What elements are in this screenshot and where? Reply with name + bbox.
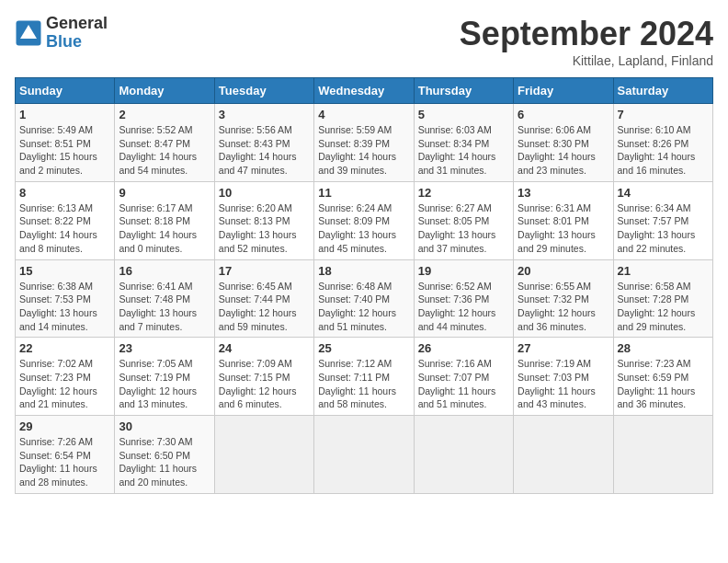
day-number: 14: [618, 186, 709, 200]
day-info: Sunrise: 6:58 AM Sunset: 7:28 PM Dayligh…: [618, 280, 709, 334]
day-info: Sunrise: 7:16 AM Sunset: 7:07 PM Dayligh…: [418, 357, 509, 411]
day-number: 11: [318, 186, 409, 200]
day-info: Sunrise: 6:34 AM Sunset: 7:57 PM Dayligh…: [618, 201, 709, 256]
calendar-cell: 17Sunrise: 6:45 AM Sunset: 7:44 PM Dayli…: [214, 259, 313, 338]
day-info: Sunrise: 6:03 AM Sunset: 8:34 PM Dayligh…: [418, 123, 509, 178]
day-number: 28: [618, 341, 709, 355]
day-number: 9: [119, 186, 210, 200]
calendar-header-wednesday: Wednesday: [314, 78, 414, 104]
calendar-week-row: 22Sunrise: 7:02 AM Sunset: 7:23 PM Dayli…: [16, 338, 713, 416]
day-info: Sunrise: 6:13 AM Sunset: 8:22 PM Dayligh…: [19, 201, 110, 256]
day-number: 12: [418, 186, 509, 200]
calendar-cell: 26Sunrise: 7:16 AM Sunset: 7:07 PM Dayli…: [414, 338, 513, 416]
calendar-header-thursday: Thursday: [414, 78, 513, 104]
calendar-cell: 23Sunrise: 7:05 AM Sunset: 7:19 PM Dayli…: [115, 338, 214, 416]
logo-blue: Blue: [46, 33, 108, 52]
day-info: Sunrise: 7:12 AM Sunset: 7:11 PM Dayligh…: [318, 357, 409, 411]
day-number: 30: [119, 419, 210, 433]
day-info: Sunrise: 6:20 AM Sunset: 8:13 PM Dayligh…: [219, 201, 310, 256]
day-number: 22: [19, 341, 110, 355]
day-info: Sunrise: 7:23 AM Sunset: 6:59 PM Dayligh…: [618, 357, 709, 411]
calendar-cell: 10Sunrise: 6:20 AM Sunset: 8:13 PM Dayli…: [214, 181, 313, 259]
calendar-cell: 14Sunrise: 6:34 AM Sunset: 7:57 PM Dayli…: [613, 181, 712, 259]
day-number: 5: [418, 108, 509, 121]
calendar-cell: 21Sunrise: 6:58 AM Sunset: 7:28 PM Dayli…: [613, 259, 712, 338]
calendar-week-row: 8Sunrise: 6:13 AM Sunset: 8:22 PM Daylig…: [16, 181, 713, 259]
day-number: 4: [318, 108, 409, 121]
day-number: 29: [19, 419, 110, 433]
day-number: 3: [219, 108, 310, 121]
calendar-cell: 1Sunrise: 5:49 AM Sunset: 8:51 PM Daylig…: [16, 104, 115, 182]
day-info: Sunrise: 6:27 AM Sunset: 8:05 PM Dayligh…: [418, 201, 509, 256]
day-number: 13: [518, 186, 609, 200]
calendar-week-row: 15Sunrise: 6:38 AM Sunset: 7:53 PM Dayli…: [16, 259, 713, 338]
day-number: 25: [318, 341, 409, 355]
calendar-cell: 18Sunrise: 6:48 AM Sunset: 7:40 PM Dayli…: [314, 259, 414, 338]
calendar-cell: 25Sunrise: 7:12 AM Sunset: 7:11 PM Dayli…: [314, 338, 414, 416]
day-number: 20: [518, 264, 609, 278]
calendar-cell: 30Sunrise: 7:30 AM Sunset: 6:50 PM Dayli…: [115, 416, 214, 494]
calendar-header-saturday: Saturday: [613, 78, 712, 104]
day-info: Sunrise: 5:52 AM Sunset: 8:47 PM Dayligh…: [119, 123, 210, 178]
calendar-cell: [613, 416, 712, 494]
calendar-cell: 27Sunrise: 7:19 AM Sunset: 7:03 PM Dayli…: [514, 338, 613, 416]
calendar-cell: [414, 416, 513, 494]
calendar-cell: 24Sunrise: 7:09 AM Sunset: 7:15 PM Dayli…: [214, 338, 313, 416]
calendar-week-row: 1Sunrise: 5:49 AM Sunset: 8:51 PM Daylig…: [16, 104, 713, 182]
calendar-cell: 13Sunrise: 6:31 AM Sunset: 8:01 PM Dayli…: [514, 181, 613, 259]
day-info: Sunrise: 6:45 AM Sunset: 7:44 PM Dayligh…: [219, 280, 310, 334]
day-number: 18: [318, 264, 409, 278]
calendar-header-friday: Friday: [514, 78, 613, 104]
day-number: 15: [19, 264, 110, 278]
day-info: Sunrise: 7:19 AM Sunset: 7:03 PM Dayligh…: [518, 357, 609, 411]
day-info: Sunrise: 6:24 AM Sunset: 8:09 PM Dayligh…: [318, 201, 409, 256]
title-block: September 2024 Kittilae, Lapland, Finlan…: [460, 15, 713, 68]
location: Kittilae, Lapland, Finland: [460, 53, 713, 68]
day-info: Sunrise: 7:26 AM Sunset: 6:54 PM Dayligh…: [19, 435, 110, 489]
calendar-header-tuesday: Tuesday: [214, 78, 313, 104]
logo-icon: [15, 19, 42, 47]
day-info: Sunrise: 6:06 AM Sunset: 8:30 PM Dayligh…: [518, 123, 609, 178]
calendar-cell: 28Sunrise: 7:23 AM Sunset: 6:59 PM Dayli…: [613, 338, 712, 416]
logo-general: General: [46, 15, 108, 33]
calendar-cell: 29Sunrise: 7:26 AM Sunset: 6:54 PM Dayli…: [16, 416, 115, 494]
calendar-header-sunday: Sunday: [16, 78, 115, 104]
calendar-cell: 16Sunrise: 6:41 AM Sunset: 7:48 PM Dayli…: [115, 259, 214, 338]
day-number: 17: [219, 264, 310, 278]
day-number: 6: [518, 108, 609, 121]
day-number: 16: [119, 264, 210, 278]
day-info: Sunrise: 7:05 AM Sunset: 7:19 PM Dayligh…: [119, 357, 210, 411]
day-info: Sunrise: 5:49 AM Sunset: 8:51 PM Dayligh…: [19, 123, 110, 178]
calendar-cell: 9Sunrise: 6:17 AM Sunset: 8:18 PM Daylig…: [115, 181, 214, 259]
calendar-cell: 11Sunrise: 6:24 AM Sunset: 8:09 PM Dayli…: [314, 181, 414, 259]
calendar-body: 1Sunrise: 5:49 AM Sunset: 8:51 PM Daylig…: [16, 104, 713, 494]
logo-text: General Blue: [46, 15, 108, 52]
day-info: Sunrise: 6:38 AM Sunset: 7:53 PM Dayligh…: [19, 280, 110, 334]
day-info: Sunrise: 7:02 AM Sunset: 7:23 PM Dayligh…: [19, 357, 110, 411]
calendar-cell: [314, 416, 414, 494]
day-number: 1: [19, 108, 110, 121]
calendar-cell: 7Sunrise: 6:10 AM Sunset: 8:26 PM Daylig…: [613, 104, 712, 182]
day-info: Sunrise: 6:10 AM Sunset: 8:26 PM Dayligh…: [618, 123, 709, 178]
calendar-cell: [514, 416, 613, 494]
month-title: September 2024: [460, 15, 713, 53]
calendar-cell: 2Sunrise: 5:52 AM Sunset: 8:47 PM Daylig…: [115, 104, 214, 182]
day-number: 10: [219, 186, 310, 200]
calendar-cell: 22Sunrise: 7:02 AM Sunset: 7:23 PM Dayli…: [16, 338, 115, 416]
calendar-cell: 19Sunrise: 6:52 AM Sunset: 7:36 PM Dayli…: [414, 259, 513, 338]
day-number: 7: [618, 108, 709, 121]
day-number: 2: [119, 108, 210, 121]
day-info: Sunrise: 6:31 AM Sunset: 8:01 PM Dayligh…: [518, 201, 609, 256]
logo: General Blue: [15, 15, 108, 52]
day-info: Sunrise: 6:52 AM Sunset: 7:36 PM Dayligh…: [418, 280, 509, 334]
calendar-cell: 5Sunrise: 6:03 AM Sunset: 8:34 PM Daylig…: [414, 104, 513, 182]
calendar-cell: 15Sunrise: 6:38 AM Sunset: 7:53 PM Dayli…: [16, 259, 115, 338]
day-number: 24: [219, 341, 310, 355]
day-info: Sunrise: 6:55 AM Sunset: 7:32 PM Dayligh…: [518, 280, 609, 334]
calendar-table: SundayMondayTuesdayWednesdayThursdayFrid…: [15, 77, 713, 494]
day-info: Sunrise: 5:56 AM Sunset: 8:43 PM Dayligh…: [219, 123, 310, 178]
day-number: 27: [518, 341, 609, 355]
calendar-cell: [214, 416, 313, 494]
calendar-cell: 4Sunrise: 5:59 AM Sunset: 8:39 PM Daylig…: [314, 104, 414, 182]
day-number: 23: [119, 341, 210, 355]
